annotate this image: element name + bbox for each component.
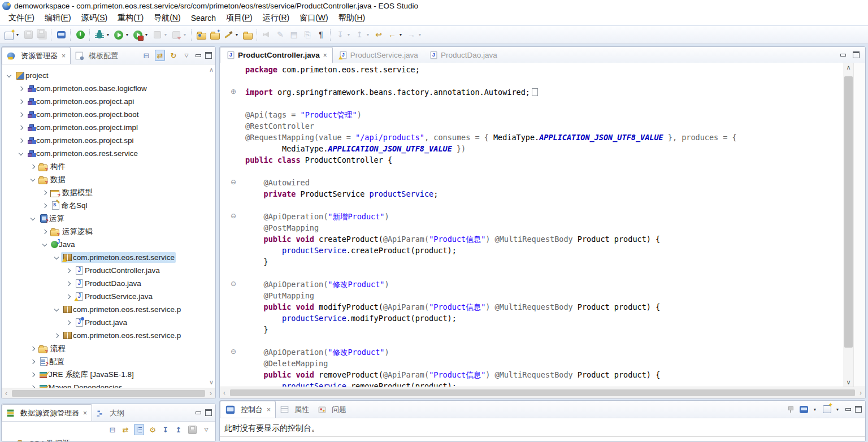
minimize-button[interactable] — [845, 406, 851, 412]
menu-item-3[interactable]: 重构(T) — [112, 12, 149, 24]
editor-tab-1[interactable]: ProductService.java — [333, 47, 423, 63]
debug-button[interactable] — [93, 29, 106, 41]
back-dropdown-icon[interactable]: ▼ — [398, 33, 403, 37]
chevron-right-icon[interactable] — [28, 373, 37, 376]
tree-item-17[interactable]: ProductService.java — [2, 290, 204, 303]
code-area[interactable]: package com.primeton.eos.rest.service;⊕i… — [220, 63, 843, 387]
chevron-right-icon[interactable] — [40, 191, 49, 194]
menu-item-4[interactable]: 导航(N) — [149, 12, 185, 24]
scroll-down-icon[interactable]: ∨ — [843, 379, 854, 386]
profile-button[interactable] — [132, 29, 144, 41]
debug-dropdown-icon[interactable]: ▼ — [106, 33, 110, 37]
collapsed-region-box[interactable] — [532, 88, 538, 96]
tree-item-18[interactable]: com.primeton.eos.rest.service.p — [2, 303, 204, 316]
show-whitespace-button[interactable]: ¶ — [315, 29, 327, 41]
link-with-editor-button[interactable]: ⇄ — [155, 50, 165, 61]
collapse-all-button[interactable]: ⊟ — [108, 424, 117, 435]
chevron-down-icon[interactable] — [28, 179, 37, 181]
tree-item-7[interactable]: 构件 — [2, 160, 204, 173]
display-selected-console-button[interactable] — [799, 404, 809, 414]
close-icon[interactable]: × — [83, 409, 87, 417]
tree-scroll-up-icon[interactable]: ∧ — [209, 66, 214, 73]
tree-item-8[interactable]: 数据 — [2, 173, 204, 186]
scroll-up-icon[interactable]: ∧ — [843, 64, 854, 71]
export-config-button[interactable]: ↥ — [174, 424, 183, 435]
chevron-down-icon[interactable] — [40, 244, 49, 246]
chevron-down-icon[interactable] — [28, 218, 37, 220]
display-selected-console-dropdown-icon[interactable]: ▼ — [813, 408, 817, 411]
fold-marker-icon[interactable]: ⊖ — [220, 279, 245, 290]
minimize-button[interactable] — [840, 52, 846, 58]
tree-item-4[interactable]: com.primeton.eos.project.impl — [2, 121, 204, 134]
format-brush-button[interactable] — [222, 29, 235, 41]
minimize-button[interactable] — [195, 410, 201, 415]
chevron-right-icon[interactable] — [40, 230, 49, 233]
menu-item-6[interactable]: 项目(P) — [221, 12, 258, 24]
chevron-right-icon[interactable] — [28, 165, 37, 168]
close-icon[interactable]: × — [267, 406, 271, 414]
tree-item-5[interactable]: com.primeton.eos.project.spi — [2, 134, 204, 147]
tree-mode-button[interactable] — [134, 424, 144, 435]
last-edit-location-button[interactable]: ↩ — [372, 29, 385, 41]
fold-marker-icon[interactable]: ⊖ — [220, 211, 245, 222]
tree-item-21[interactable]: 流程 — [2, 342, 204, 355]
maximize-button[interactable] — [855, 406, 862, 413]
tree-item-11[interactable]: 运算 — [2, 212, 204, 225]
save-button[interactable] — [187, 424, 198, 435]
chevron-right-icon[interactable] — [51, 334, 61, 337]
console-tab-1[interactable]: 属性 — [276, 401, 314, 418]
overview-ruler[interactable] — [853, 63, 865, 387]
view-menu-button[interactable]: ▽ — [202, 424, 211, 435]
scrollbar-thumb[interactable] — [12, 390, 205, 397]
tree-item-3[interactable]: com.primeton.eos.project.boot — [2, 108, 204, 121]
tree-item-9[interactable]: 数据模型 — [2, 186, 204, 199]
open-resource-button[interactable] — [209, 29, 221, 41]
collapse-all-button[interactable]: ⊟ — [142, 50, 151, 60]
chevron-right-icon[interactable] — [16, 126, 25, 129]
tree-scroll-down-icon[interactable]: ∨ — [209, 379, 214, 386]
chevron-right-icon[interactable] — [16, 139, 25, 142]
minimize-button[interactable] — [195, 53, 201, 58]
maximize-button[interactable] — [205, 52, 212, 59]
scroll-right-icon[interactable]: › — [206, 389, 215, 397]
start-server-button[interactable] — [74, 29, 86, 41]
menu-item-2[interactable]: 源码(S) — [76, 12, 113, 24]
back-button[interactable]: ← — [386, 29, 398, 41]
datasource-tree-item[interactable]: ODA 数据源 — [2, 437, 215, 442]
scroll-left-icon[interactable]: ‹ — [220, 389, 229, 397]
open-console-view-button[interactable] — [55, 29, 67, 41]
datasource-tab-0[interactable]: 数据源资源管理器× — [2, 404, 92, 421]
chevron-down-icon[interactable] — [4, 75, 14, 77]
tree-item-2[interactable]: com.primeton.eos.project.api — [2, 95, 204, 108]
close-icon[interactable]: × — [323, 51, 327, 59]
menu-item-5[interactable]: Search — [186, 12, 221, 24]
tree-item-1[interactable]: com.primeton.eos.base.logicflow — [2, 82, 204, 95]
open-console-dropdown-icon[interactable]: ▼ — [835, 408, 840, 411]
chevron-right-icon[interactable] — [28, 360, 37, 363]
import-config-button[interactable]: ↧ — [161, 424, 170, 435]
fold-marker-icon[interactable]: ⊕ — [220, 86, 245, 98]
chevron-right-icon[interactable] — [16, 100, 25, 103]
editor-vertical-scrollbar[interactable]: ∧ ∨ — [843, 63, 854, 387]
chevron-down-icon[interactable] — [51, 309, 61, 311]
tree-item-14[interactable]: com.primeton.eos.rest.service — [2, 251, 204, 264]
chevron-right-icon[interactable] — [16, 87, 25, 90]
scrollbar-thumb[interactable] — [230, 389, 855, 396]
console-tab-0[interactable]: 控制台× — [220, 401, 276, 418]
tree-item-15[interactable]: ProductController.java — [2, 264, 204, 277]
view-menu-button[interactable]: ▽ — [182, 50, 191, 60]
explorer-tab-1[interactable]: 模板配置 — [71, 47, 123, 64]
chevron-down-icon[interactable] — [51, 257, 61, 259]
open-type-button[interactable] — [195, 29, 207, 41]
datasource-tab-1[interactable]: 大纲 — [92, 405, 129, 421]
editor-horizontal-scrollbar[interactable]: ‹ › — [220, 387, 865, 398]
editor-tab-2[interactable]: ProductDao.java — [423, 47, 502, 63]
code-editor[interactable]: package com.primeton.eos.rest.service;⊕i… — [220, 63, 865, 387]
tree-item-19[interactable]: Product.java — [2, 316, 204, 329]
tree-item-10[interactable]: 命名Sql — [2, 199, 204, 212]
tree-item-12[interactable]: 运算逻辑 — [2, 225, 204, 238]
maximize-button[interactable] — [853, 51, 860, 58]
editor-tab-0[interactable]: ProductController.java× — [220, 47, 333, 63]
explorer-tab-0[interactable]: 资源管理器× — [2, 47, 71, 64]
run-dropdown-icon[interactable]: ▼ — [125, 33, 129, 37]
